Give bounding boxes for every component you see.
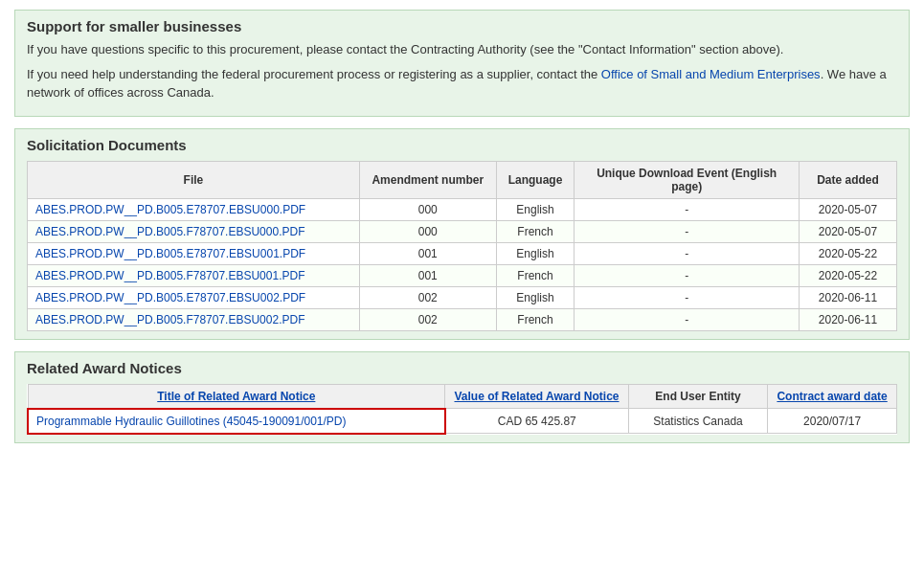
sol-unique-cell: - bbox=[575, 286, 800, 308]
sol-unique-cell: - bbox=[575, 198, 800, 220]
sol-language-cell: French bbox=[496, 264, 575, 286]
award-title-link[interactable]: Title of Related Award Notice bbox=[157, 390, 315, 403]
sol-amendment-cell: 000 bbox=[359, 198, 496, 220]
award-date-cell: 2020/07/17 bbox=[768, 409, 897, 434]
sol-amendment-cell: 001 bbox=[359, 264, 496, 286]
sol-date-cell: 2020-05-07 bbox=[799, 220, 896, 242]
award-value-cell: CAD 65 425.87 bbox=[445, 409, 629, 434]
page-wrapper: Support for smaller businesses If you ha… bbox=[0, 0, 924, 464]
sol-language-cell: English bbox=[496, 286, 575, 308]
table-row: ABES.PROD.PW__PD.B005.F78707.EBSU001.PDF… bbox=[28, 264, 897, 286]
col-header-file: File bbox=[28, 161, 360, 198]
col-header-date: Date added bbox=[799, 161, 896, 198]
sol-file-link[interactable]: ABES.PROD.PW__PD.B005.E78707.EBSU001.PDF bbox=[35, 247, 305, 260]
award-date-link[interactable]: Contract award date bbox=[777, 390, 887, 403]
award-value-link[interactable]: Value of Related Award Notice bbox=[454, 390, 619, 403]
award-title-cell: Programmable Hydraulic Guillotines (4504… bbox=[28, 409, 445, 434]
table-row: ABES.PROD.PW__PD.B005.E78707.EBSU002.PDF… bbox=[28, 286, 897, 308]
table-row: ABES.PROD.PW__PD.B005.F78707.EBSU000.PDF… bbox=[28, 220, 897, 242]
support-para1: If you have questions specific to this p… bbox=[27, 40, 897, 59]
sol-date-cell: 2020-06-11 bbox=[799, 286, 896, 308]
sol-unique-cell: - bbox=[575, 242, 800, 264]
award-section: Related Award Notices Title of Related A… bbox=[14, 351, 910, 443]
sol-file-link[interactable]: ABES.PROD.PW__PD.B005.E78707.EBSU000.PDF bbox=[35, 203, 305, 216]
sol-file-link[interactable]: ABES.PROD.PW__PD.B005.E78707.EBSU002.PDF bbox=[35, 291, 305, 304]
sol-file-cell: ABES.PROD.PW__PD.B005.E78707.EBSU001.PDF bbox=[28, 242, 360, 264]
table-row: ABES.PROD.PW__PD.B005.E78707.EBSU001.PDF… bbox=[28, 242, 897, 264]
sol-file-cell: ABES.PROD.PW__PD.B005.F78707.EBSU001.PDF bbox=[28, 264, 360, 286]
col-header-unique: Unique Download Event (English page) bbox=[575, 161, 800, 198]
sol-date-cell: 2020-05-07 bbox=[799, 198, 896, 220]
award-title: Related Award Notices bbox=[27, 360, 897, 376]
sol-file-cell: ABES.PROD.PW__PD.B005.F78707.EBSU002.PDF bbox=[28, 308, 360, 330]
sol-date-cell: 2020-05-22 bbox=[799, 242, 896, 264]
support-title: Support for smaller businesses bbox=[27, 18, 897, 34]
award-col-header-date: Contract award date bbox=[768, 384, 897, 409]
sol-file-link[interactable]: ABES.PROD.PW__PD.B005.F78707.EBSU002.PDF bbox=[35, 313, 304, 326]
award-entity-cell: Statistics Canada bbox=[628, 409, 767, 434]
sol-amendment-cell: 002 bbox=[359, 308, 496, 330]
table-row: ABES.PROD.PW__PD.B005.E78707.EBSU000.PDF… bbox=[28, 198, 897, 220]
osme-link[interactable]: Office of Small and Medium Enterprises bbox=[601, 67, 821, 81]
sol-language-cell: French bbox=[496, 220, 575, 242]
support-section: Support for smaller businesses If you ha… bbox=[14, 10, 910, 117]
sol-unique-cell: - bbox=[575, 308, 800, 330]
award-table-row: Programmable Hydraulic Guillotines (4504… bbox=[28, 409, 897, 434]
col-header-language: Language bbox=[496, 161, 575, 198]
sol-date-cell: 2020-06-11 bbox=[799, 308, 896, 330]
solicitation-table: File Amendment number Language Unique Do… bbox=[27, 161, 897, 331]
sol-file-link[interactable]: ABES.PROD.PW__PD.B005.F78707.EBSU001.PDF bbox=[35, 269, 304, 282]
award-notice-link[interactable]: Programmable Hydraulic Guillotines (4504… bbox=[36, 415, 347, 428]
support-para2-before: If you need help understanding the feder… bbox=[27, 67, 601, 81]
sol-file-cell: ABES.PROD.PW__PD.B005.F78707.EBSU000.PDF bbox=[28, 220, 360, 242]
award-col-header-title: Title of Related Award Notice bbox=[28, 384, 445, 409]
sol-unique-cell: - bbox=[575, 220, 800, 242]
award-col-header-value: Value of Related Award Notice bbox=[445, 384, 629, 409]
sol-file-link[interactable]: ABES.PROD.PW__PD.B005.F78707.EBSU000.PDF bbox=[35, 225, 304, 238]
sol-amendment-cell: 000 bbox=[359, 220, 496, 242]
award-col-header-entity: End User Entity bbox=[628, 384, 767, 409]
sol-language-cell: English bbox=[496, 198, 575, 220]
solicitation-title: Solicitation Documents bbox=[27, 137, 897, 153]
sol-language-cell: French bbox=[496, 308, 575, 330]
sol-amendment-cell: 002 bbox=[359, 286, 496, 308]
table-row: ABES.PROD.PW__PD.B005.F78707.EBSU002.PDF… bbox=[28, 308, 897, 330]
sol-language-cell: English bbox=[496, 242, 575, 264]
sol-unique-cell: - bbox=[575, 264, 800, 286]
solicitation-section: Solicitation Documents File Amendment nu… bbox=[14, 128, 910, 340]
sol-file-cell: ABES.PROD.PW__PD.B005.E78707.EBSU002.PDF bbox=[28, 286, 360, 308]
support-para2: If you need help understanding the feder… bbox=[27, 65, 897, 102]
sol-date-cell: 2020-05-22 bbox=[799, 264, 896, 286]
sol-file-cell: ABES.PROD.PW__PD.B005.E78707.EBSU000.PDF bbox=[28, 198, 360, 220]
sol-amendment-cell: 001 bbox=[359, 242, 496, 264]
award-table: Title of Related Award Notice Value of R… bbox=[27, 384, 897, 435]
col-header-amendment: Amendment number bbox=[359, 161, 496, 198]
